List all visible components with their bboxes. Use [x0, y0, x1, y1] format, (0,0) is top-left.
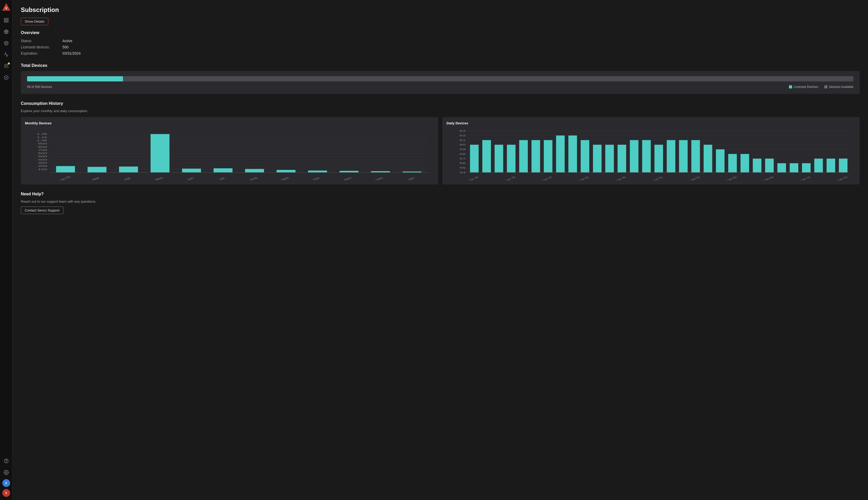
consumption-section: Consumption History Explore your monthly…: [21, 101, 860, 184]
svg-rect-88: [482, 140, 491, 172]
svg-rect-126: [839, 159, 847, 172]
overview-grid: Status: Active Licensed devices: 500 Exp…: [21, 38, 860, 56]
legend-dot-available: [824, 85, 828, 89]
page-title: Subscription: [21, 6, 860, 13]
sidebar-item-settings[interactable]: [2, 468, 11, 477]
avatar-v[interactable]: V: [2, 489, 10, 497]
monthly-chart-box: Monthly Devices 100200300400500600700800…: [21, 117, 438, 184]
svg-text:800: 800: [38, 145, 47, 148]
svg-text:Aug: Aug: [248, 177, 258, 180]
svg-text:55: 55: [460, 167, 466, 169]
svg-text:54: 54: [460, 171, 466, 174]
svg-text:62: 62: [460, 134, 466, 137]
svg-rect-5: [7, 21, 8, 22]
svg-text:500: 500: [38, 155, 47, 158]
daily-chart-box: Daily Devices 54555657585960616263Jan 16…: [442, 117, 860, 184]
devices-bar-legend: 58 of 500 Devices Licensed Devices Devic…: [27, 85, 854, 89]
svg-rect-98: [581, 140, 589, 172]
svg-text:Oct: Oct: [312, 177, 321, 180]
svg-rect-94: [544, 140, 552, 172]
svg-rect-92: [519, 140, 528, 172]
svg-text:59: 59: [460, 148, 466, 151]
overview-heading: Overview: [21, 31, 860, 35]
consumption-subtitle: Explore your monthly and daily consumpti…: [21, 109, 860, 113]
svg-text:900: 900: [38, 142, 47, 145]
svg-rect-114: [728, 154, 737, 172]
svg-text:400: 400: [38, 158, 47, 161]
svg-text:1.1k: 1.1k: [37, 136, 48, 138]
svg-text:56: 56: [460, 162, 466, 164]
svg-rect-43: [88, 167, 107, 172]
svg-text:Jan 28: Jan 28: [614, 176, 627, 180]
legend-available: Devices Available: [824, 85, 854, 89]
svg-text:Feb 15: Feb 15: [835, 176, 849, 180]
svg-text:Jul: Jul: [218, 177, 226, 180]
svg-rect-59: [339, 171, 359, 172]
svg-text:61: 61: [460, 139, 466, 141]
svg-text:Jan 25: Jan 25: [578, 176, 590, 180]
svg-rect-124: [814, 159, 823, 172]
svg-text:58: 58: [460, 153, 466, 155]
svg-rect-47: [151, 134, 170, 172]
sidebar-item-users[interactable]: [2, 61, 11, 71]
progress-bar-inner: [27, 76, 123, 81]
sidebar-item-target[interactable]: [2, 38, 11, 48]
svg-text:63: 63: [460, 129, 466, 132]
sidebar-item-grid[interactable]: [2, 27, 11, 36]
sidebar: V: [0, 0, 12, 500]
svg-rect-4: [4, 21, 6, 22]
svg-text:Jan 16: Jan 16: [467, 176, 479, 180]
svg-rect-105: [642, 140, 651, 172]
sidebar-item-activity[interactable]: [2, 50, 11, 59]
show-details-button[interactable]: Show Details: [21, 18, 48, 25]
daily-chart-area: 54555657585960616263Jan 16Jan 19Jan 22Ja…: [447, 128, 856, 180]
licensed-devices-label: Licensed devices:: [21, 45, 62, 50]
svg-rect-102: [617, 145, 626, 172]
svg-text:Dec: Dec: [374, 177, 384, 180]
svg-text:Sep: Sep: [280, 177, 290, 180]
daily-chart-title: Daily Devices: [447, 121, 856, 125]
devices-bar-container: 58 of 500 Devices Licensed Devices Devic…: [21, 71, 860, 94]
svg-point-14: [6, 462, 6, 462]
svg-text:57: 57: [460, 157, 466, 160]
svg-rect-89: [495, 145, 503, 172]
svg-rect-55: [277, 170, 296, 172]
svg-rect-57: [308, 171, 327, 172]
svg-text:Nov: Nov: [343, 177, 353, 180]
contact-support-button[interactable]: Contact Sevco Support: [21, 206, 63, 214]
svg-rect-100: [593, 145, 601, 172]
need-help-subtitle: Reach out to our support team with any q…: [21, 200, 860, 203]
svg-rect-2: [4, 19, 6, 20]
sidebar-item-download[interactable]: [2, 73, 11, 82]
status-label: Status:: [21, 38, 62, 44]
svg-text:200: 200: [38, 165, 47, 167]
svg-rect-116: [741, 154, 749, 172]
svg-text:Jan 22: Jan 22: [541, 176, 553, 180]
svg-text:Jan 31: Jan 31: [651, 176, 664, 180]
svg-point-9: [5, 42, 7, 44]
charts-row: Monthly Devices 100200300400500600700800…: [21, 117, 860, 184]
svg-text:Feb 06: Feb 06: [725, 176, 738, 180]
app-logo[interactable]: V: [2, 3, 10, 11]
svg-point-8: [4, 41, 8, 45]
svg-rect-63: [403, 171, 421, 172]
need-help-section: Need Help? Reach out to our support team…: [21, 192, 860, 214]
svg-rect-49: [182, 169, 201, 172]
progress-bar-outer: [27, 76, 854, 81]
svg-text:Feb 20: Feb 20: [57, 175, 72, 180]
monthly-chart-title: Monthly Devices: [25, 121, 434, 125]
svg-rect-108: [667, 140, 675, 172]
need-help-heading: Need Help?: [21, 192, 860, 196]
svg-rect-3: [7, 19, 8, 20]
sidebar-item-dashboard[interactable]: [2, 15, 11, 25]
licensed-devices-value: 500: [62, 45, 860, 50]
svg-rect-121: [790, 163, 798, 172]
expiration-label: Expiration:: [21, 51, 62, 56]
svg-rect-120: [777, 163, 786, 172]
svg-rect-41: [56, 166, 75, 172]
avatar-s[interactable]: S: [2, 479, 10, 487]
status-value: Active: [62, 38, 860, 44]
main-content: Subscription Show Details Overview Statu…: [12, 0, 868, 500]
svg-rect-113: [716, 149, 725, 172]
sidebar-item-help[interactable]: [2, 456, 11, 466]
